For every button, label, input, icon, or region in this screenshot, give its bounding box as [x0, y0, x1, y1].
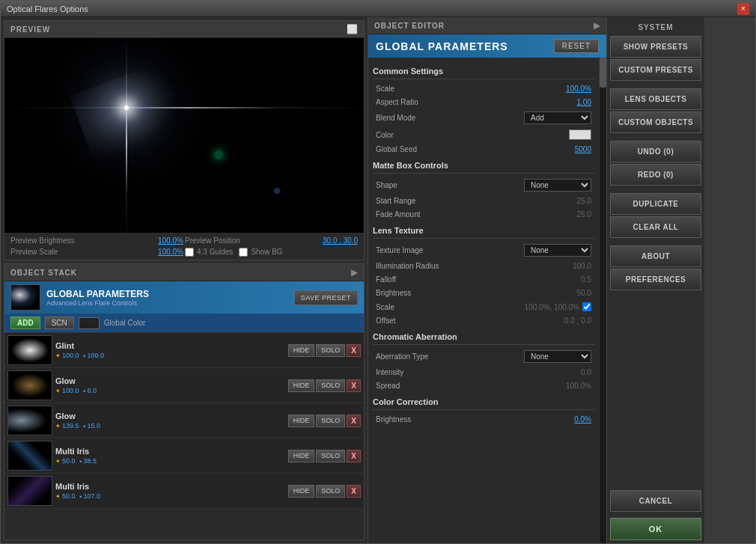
solo-button[interactable]: SOLO: [316, 344, 345, 357]
guides-checkbox[interactable]: [185, 248, 194, 257]
item-param-square: ▪ 107.0: [80, 492, 100, 500]
delete-button[interactable]: X: [347, 415, 361, 427]
preview-section: PREVIEW ⬜ Preview Brightness 100.0%: [4, 20, 365, 260]
lenstexscale-param-value: 100.0%, 100.0%: [525, 303, 579, 311]
hide-button[interactable]: HIDE: [288, 485, 315, 498]
params-scroll[interactable]: Common Settings Scale 100.0% Aspect Rati…: [368, 58, 599, 543]
solo-button[interactable]: SOLO: [316, 450, 345, 462]
custom-presets-button[interactable]: CUSTOM PRESETS: [610, 59, 701, 81]
iris2-thumbnail-visual: [8, 477, 52, 505]
lenstexscale-lock-checkbox[interactable]: [582, 302, 591, 311]
stack-expand-icon[interactable]: ▶: [351, 267, 358, 278]
position-value[interactable]: 30.0 , 30.0: [323, 236, 358, 245]
item-buttons: HIDE SOLO X: [288, 485, 361, 498]
param-row-illumradius: Illumination Radius 100.0: [373, 260, 594, 272]
preferences-button[interactable]: PREFERENCES: [610, 269, 701, 290]
seed-param-label: Global Seed: [376, 145, 417, 153]
aberration-type-dropdown[interactable]: None: [524, 350, 591, 363]
param-row-lenstexscale: Scale 100.0%, 100.0%: [373, 300, 594, 314]
param-row-shape: Shape None Box Circle: [373, 177, 594, 194]
item-param-star: ✦ 50.0: [55, 492, 76, 500]
ccbrightness-param-value[interactable]: 0.0%: [574, 415, 591, 424]
brightness-value[interactable]: 100.0%: [158, 236, 183, 245]
fadeamount-param-label: Fade Amount: [376, 210, 420, 218]
preview-canvas[interactable]: [4, 38, 364, 233]
params-scrollbar[interactable]: [599, 58, 606, 543]
solo-button[interactable]: SOLO: [316, 379, 345, 392]
delete-button[interactable]: X: [347, 485, 361, 498]
scn-button[interactable]: SCN: [45, 317, 74, 329]
iris-thumbnail-visual: [8, 441, 52, 470]
shape-dropdown[interactable]: None Box Circle: [524, 179, 591, 192]
item-info: Multi Iris ✦ 50.0 ▪ 107.0: [55, 482, 285, 500]
blend-mode-dropdown[interactable]: Add Screen Normal: [524, 111, 591, 124]
fadeamount-param-value: 25.0: [577, 210, 591, 218]
delete-button[interactable]: X: [347, 344, 361, 357]
redo-button[interactable]: REDO (0): [610, 164, 701, 186]
show-presets-button[interactable]: SHOW PRESETS: [610, 36, 701, 58]
hide-button[interactable]: HIDE: [288, 379, 315, 392]
about-button[interactable]: ABOUT: [610, 245, 701, 267]
item-param-star: ✦ 100.0: [55, 352, 79, 359]
delete-button[interactable]: X: [347, 450, 361, 462]
preview-label: PREVIEW: [10, 25, 50, 34]
save-preset-button[interactable]: SAVE PRESET: [294, 290, 358, 305]
item-name: Glint: [55, 341, 285, 350]
solo-button[interactable]: SOLO: [316, 485, 345, 498]
param-row-aspect: Aspect Ratio 1.00: [373, 96, 594, 109]
glow2-thumbnail-visual: [8, 406, 52, 435]
ok-button[interactable]: OK: [610, 518, 701, 540]
cancel-button[interactable]: CANCEL: [610, 490, 701, 512]
preview-expand-icon[interactable]: ⬜: [347, 24, 358, 34]
textureimg-param-label: Texture Image: [376, 246, 423, 254]
close-button[interactable]: ×: [737, 3, 749, 15]
custom-objects-button[interactable]: CUSTOM OBJECTS: [610, 111, 701, 133]
lens-objects-button[interactable]: LENS OBJECTS: [610, 88, 701, 110]
param-row-aberrtype: Aberration Type None: [373, 348, 594, 365]
common-settings-title: Common Settings: [373, 62, 594, 79]
gp-subtitle: Advanced Lens Flare Controls: [46, 299, 288, 307]
main-content: PREVIEW ⬜ Preview Brightness 100.0%: [1, 17, 755, 543]
showbg-checkbox-label[interactable]: Show BG: [239, 248, 282, 257]
item-param-square: ▪ 100.0: [84, 352, 104, 359]
hide-button[interactable]: HIDE: [288, 415, 315, 427]
aberrtype-param-label: Aberration Type: [376, 352, 428, 361]
global-color-swatch[interactable]: [79, 317, 100, 329]
aspect-param-value[interactable]: 1.00: [577, 98, 591, 106]
scale-param-value[interactable]: 100.0%: [566, 85, 591, 93]
param-row-scale: Scale 100.0%: [373, 82, 594, 95]
params-area: Common Settings Scale 100.0% Aspect Rati…: [368, 58, 606, 543]
texture-image-dropdown[interactable]: None: [524, 244, 591, 257]
item-param-star: ✦ 139.5: [55, 422, 79, 430]
lenstexbright-param-value: 50.0: [577, 289, 591, 297]
guides-checkbox-label[interactable]: 4:3 Guides: [185, 248, 233, 257]
right-panel: SYSTEM SHOW PRESETS CUSTOM PRESETS LENS …: [607, 17, 704, 543]
clear-all-button[interactable]: CLEAR ALL: [610, 216, 701, 238]
solo-button[interactable]: SOLO: [316, 415, 345, 427]
color-label: Global Color: [104, 319, 146, 327]
reset-button[interactable]: RESET: [554, 39, 599, 53]
expand-icon[interactable]: ▶: [594, 20, 600, 31]
blend-param-label: Blend Mode: [376, 114, 415, 122]
startrange-param-value: 25.0: [577, 197, 591, 205]
hide-button[interactable]: HIDE: [288, 344, 315, 357]
item-info: Glow ✦ 139.5 ▪ 15.0: [55, 412, 285, 430]
showbg-checkbox[interactable]: [239, 248, 248, 257]
guides-label: 4:3 Guides: [197, 248, 233, 256]
delete-button[interactable]: X: [347, 379, 361, 392]
seed-param-value[interactable]: 5000: [575, 145, 591, 153]
add-button[interactable]: ADD: [10, 317, 40, 329]
undo-button[interactable]: UNDO (0): [610, 141, 701, 162]
global-params-bar: GLOBAL PARAMETERS Advanced Lens Flare Co…: [4, 281, 364, 314]
scale-label: Preview Scale: [10, 248, 58, 256]
scroll-thumb[interactable]: [600, 58, 606, 88]
blend-dropdown-wrapper: Add Screen Normal: [524, 111, 591, 124]
item-params: ✦ 50.0 ▪ 107.0: [55, 492, 285, 500]
hide-button[interactable]: HIDE: [288, 450, 315, 462]
param-row-falloff: Falloff 0.5: [373, 273, 594, 286]
spread-param-label: Spread: [376, 382, 400, 390]
flare-center-point: [124, 106, 129, 110]
duplicate-button[interactable]: DUPLICATE: [610, 193, 701, 215]
color-param-swatch[interactable]: [569, 129, 591, 140]
scale-value[interactable]: 100.0%: [158, 248, 183, 256]
